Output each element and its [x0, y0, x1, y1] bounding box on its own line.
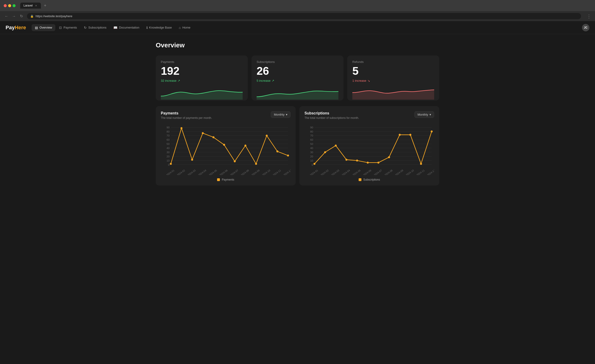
svg-text:2024-10: 2024-10 [405, 169, 414, 175]
traffic-lights [4, 4, 15, 7]
traffic-light-green[interactable] [13, 4, 15, 7]
active-tab[interactable]: Laravel ✕ [20, 3, 41, 9]
url-bar[interactable]: 🔒 https://website.test/payhere [27, 13, 581, 19]
svg-text:2024-07: 2024-07 [230, 169, 239, 175]
svg-text:0: 0 [312, 163, 313, 166]
svg-text:2024-01: 2024-01 [309, 169, 319, 175]
svg-text:2024-11: 2024-11 [272, 169, 282, 175]
svg-point-85 [409, 134, 411, 136]
svg-text:20: 20 [166, 155, 170, 158]
svg-point-34 [191, 159, 193, 161]
forward-button[interactable]: → [11, 14, 17, 19]
stat-change-payments: 32 increase ↗ [161, 79, 243, 82]
logo: PayHere [6, 25, 26, 31]
svg-text:2024-01: 2024-01 [166, 169, 175, 175]
nav-label-documentation: Documentation [119, 26, 139, 29]
svg-text:50: 50 [166, 142, 170, 145]
svg-point-42 [276, 151, 278, 152]
nav-item-payments[interactable]: ⊡Payments [56, 24, 80, 31]
chart-title-subscriptions-chart: Subscriptions [305, 111, 359, 115]
svg-text:2024-11: 2024-11 [416, 169, 425, 175]
tab-label: Laravel [23, 4, 33, 7]
legend-label-payments-chart: Payments [222, 178, 234, 181]
nav-icon-knowledge-base: ℹ [146, 26, 148, 29]
nav-buttons: ← → ↻ [4, 14, 24, 19]
logo-here: Here [15, 25, 26, 30]
stat-card-refunds: Refunds 5 1 increase ↘ [347, 55, 439, 101]
stat-sparkline-refunds [352, 86, 434, 100]
chart-filter-subscriptions-chart[interactable]: Monthly ▾ [414, 111, 434, 118]
browser-menu-button[interactable]: ⋮ [587, 14, 591, 19]
svg-text:2024-02: 2024-02 [177, 169, 185, 175]
chart-title-payments-chart: Payments [161, 111, 212, 115]
svg-text:2024-03: 2024-03 [187, 169, 196, 175]
traffic-light-yellow[interactable] [8, 4, 11, 7]
nav-icon-home: ⌂ [179, 26, 181, 29]
stat-value-subscriptions: 26 [257, 65, 338, 77]
chart-container-payments-chart: 0102030405060708090 2024-012024-022024-0… [161, 124, 290, 175]
chart-sections: Payments The total number of payments pe… [156, 106, 439, 185]
nav-avatar[interactable]: JC [582, 24, 589, 31]
svg-text:2024-12: 2024-12 [283, 169, 290, 175]
svg-text:30: 30 [310, 151, 313, 154]
svg-point-79 [345, 159, 347, 161]
svg-text:2024-05: 2024-05 [352, 169, 361, 175]
back-button[interactable]: ← [4, 14, 9, 19]
svg-text:2024-06: 2024-06 [219, 169, 228, 175]
svg-text:2024-08: 2024-08 [384, 169, 393, 175]
nav-item-overview[interactable]: ▤Overview [32, 24, 55, 31]
main-content: Overview Payments 192 32 increase ↗ Subs… [146, 34, 449, 193]
legend-color-payments-chart [217, 178, 220, 181]
svg-point-35 [202, 132, 204, 134]
stat-arrow-subscriptions: ↗ [272, 79, 274, 82]
svg-text:20: 20 [310, 155, 313, 158]
svg-text:2024-06: 2024-06 [363, 169, 372, 175]
new-tab-button[interactable]: + [42, 2, 48, 9]
svg-point-76 [313, 163, 316, 165]
nav-label-knowledge-base: Knowledge Base [149, 26, 172, 29]
svg-text:80: 80 [310, 130, 313, 133]
svg-text:2024-07: 2024-07 [373, 169, 382, 175]
nav-label-home: Home [183, 26, 191, 29]
traffic-light-red[interactable] [4, 4, 7, 7]
nav-item-home[interactable]: ⌂Home [176, 24, 194, 31]
svg-text:60: 60 [310, 138, 313, 141]
nav-icon-documentation: 📖 [113, 26, 117, 29]
stat-value-payments: 192 [161, 65, 243, 77]
stat-card-payments: Payments 192 32 increase ↗ [156, 55, 248, 101]
stat-label-payments: Payments [161, 60, 243, 64]
stat-card-subscriptions: Subscriptions 26 5 increase ↗ [251, 55, 344, 101]
app-nav: PayHere ▤Overview⊡Payments↻Subscriptions… [0, 21, 595, 34]
svg-point-81 [367, 162, 369, 164]
svg-text:90: 90 [310, 126, 313, 129]
svg-text:60: 60 [166, 138, 170, 141]
stat-sparkline-payments [161, 86, 243, 100]
stat-change-refunds: 1 increase ↘ [352, 79, 434, 82]
nav-item-subscriptions[interactable]: ↻Subscriptions [81, 24, 110, 31]
chart-info-subscriptions-chart: Subscriptions The total number of subscr… [305, 111, 359, 120]
logo-pay: Pay [6, 25, 15, 30]
stat-value-refunds: 5 [352, 65, 434, 77]
legend-label-subscriptions-chart: Subscriptions [363, 178, 380, 181]
svg-text:2024-05: 2024-05 [208, 169, 217, 175]
chart-filter-payments-chart[interactable]: Monthly ▾ [271, 111, 290, 118]
svg-text:70: 70 [310, 134, 313, 137]
svg-point-40 [255, 163, 257, 165]
svg-point-37 [223, 144, 225, 146]
svg-text:70: 70 [166, 134, 170, 137]
tab-close-button[interactable]: ✕ [34, 4, 38, 7]
stat-sparkline-subscriptions [257, 86, 338, 100]
refresh-button[interactable]: ↻ [19, 14, 24, 19]
browser-chrome: Laravel ✕ + ← → ↻ 🔒 https://website.test… [0, 0, 595, 21]
chart-svg-subscriptions-chart: 0102030405060708090 2024-012024-022024-0… [305, 124, 434, 175]
svg-text:40: 40 [166, 146, 170, 150]
svg-point-87 [431, 130, 433, 133]
nav-item-documentation[interactable]: 📖Documentation [110, 24, 142, 31]
svg-text:80: 80 [166, 130, 170, 133]
nav-item-knowledge-base[interactable]: ℹKnowledge Base [143, 24, 175, 31]
svg-point-39 [245, 145, 247, 147]
page-title: Overview [156, 41, 439, 49]
svg-text:0: 0 [168, 163, 170, 166]
legend-color-subscriptions-chart [359, 178, 361, 181]
stat-arrow-refunds: ↘ [368, 79, 370, 82]
